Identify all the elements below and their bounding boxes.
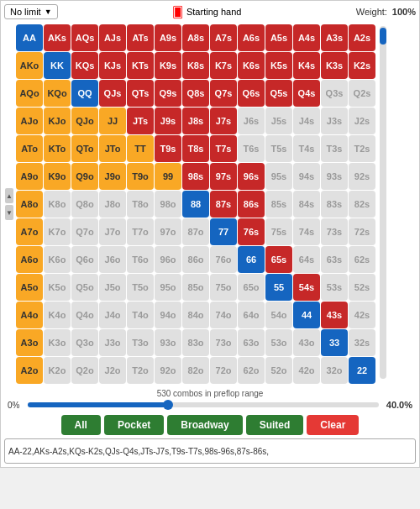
cell-k5o[interactable]: K5o bbox=[44, 274, 71, 301]
cell-62s[interactable]: 62s bbox=[349, 246, 375, 273]
cell-t3s[interactable]: T3s bbox=[321, 135, 348, 162]
cell-ato[interactable]: ATo bbox=[16, 135, 43, 162]
cell-kjs[interactable]: KJs bbox=[99, 52, 126, 79]
cell-k9o[interactable]: K9o bbox=[44, 163, 71, 190]
no-limit-dropdown[interactable]: No limit ▼ bbox=[4, 4, 58, 19]
cell-95s[interactable]: 95s bbox=[265, 163, 292, 190]
cell-kk[interactable]: KK bbox=[44, 52, 71, 79]
cell-87s[interactable]: 87s bbox=[210, 191, 237, 218]
cell-j5o[interactable]: J5o bbox=[99, 274, 126, 301]
cell-84s[interactable]: 84s bbox=[293, 191, 320, 218]
cell-43o[interactable]: 43o bbox=[293, 329, 320, 356]
cell-97s[interactable]: 97s bbox=[210, 163, 237, 190]
cell-t6o[interactable]: T6o bbox=[127, 246, 154, 273]
cell-t3o[interactable]: T3o bbox=[127, 329, 154, 356]
cell-tt[interactable]: TT bbox=[127, 135, 154, 162]
cell-k9s[interactable]: K9s bbox=[155, 52, 181, 79]
cell-42o[interactable]: 42o bbox=[293, 357, 320, 384]
cell-85o[interactable]: 85o bbox=[182, 274, 209, 301]
cell-a6o[interactable]: A6o bbox=[16, 246, 43, 273]
cell-j2s[interactable]: J2s bbox=[349, 108, 375, 134]
cell-53o[interactable]: 53o bbox=[265, 329, 292, 356]
cell-q8o[interactable]: Q8o bbox=[71, 191, 98, 218]
cell-kjo[interactable]: KJo bbox=[44, 108, 71, 134]
cell-83s[interactable]: 83s bbox=[321, 191, 348, 218]
cell-j4o[interactable]: J4o bbox=[99, 302, 126, 328]
cell-86o[interactable]: 86o bbox=[182, 246, 209, 273]
cell-j6s[interactable]: J6s bbox=[238, 108, 265, 134]
cell-32o[interactable]: 32o bbox=[321, 357, 348, 384]
cell-aqs[interactable]: AQs bbox=[71, 24, 98, 51]
cell-82s[interactable]: 82s bbox=[349, 191, 375, 218]
clear-button[interactable]: Clear bbox=[307, 415, 359, 435]
cell-83o[interactable]: 83o bbox=[182, 329, 209, 356]
cell-q3s[interactable]: Q3s bbox=[321, 80, 348, 107]
cell-93s[interactable]: 93s bbox=[321, 163, 348, 190]
cell-q8s[interactable]: Q8s bbox=[182, 80, 209, 107]
cell-63o[interactable]: 63o bbox=[238, 329, 265, 356]
cell-84o[interactable]: 84o bbox=[182, 302, 209, 328]
cell-64s[interactable]: 64s bbox=[293, 246, 320, 273]
cell-q7s[interactable]: Q7s bbox=[210, 80, 237, 107]
cell-72o[interactable]: 72o bbox=[210, 357, 237, 384]
cell-97o[interactable]: 97o bbox=[155, 218, 181, 245]
cell-a8o[interactable]: A8o bbox=[16, 191, 43, 218]
cell-q9s[interactable]: Q9s bbox=[155, 80, 181, 107]
scroll-down-button[interactable]: ▼ bbox=[5, 205, 13, 220]
cell-t8s[interactable]: T8s bbox=[182, 135, 209, 162]
cell-j4s[interactable]: J4s bbox=[293, 108, 320, 134]
cell-65o[interactable]: 65o bbox=[238, 274, 265, 301]
cell-43s[interactable]: 43s bbox=[321, 302, 348, 328]
cell-75s[interactable]: 75s bbox=[265, 218, 292, 245]
cell-j5s[interactable]: J5s bbox=[265, 108, 292, 134]
cell-k7o[interactable]: K7o bbox=[44, 218, 71, 245]
cell-98o[interactable]: 98o bbox=[155, 191, 181, 218]
cell-t9o[interactable]: T9o bbox=[127, 163, 154, 190]
cell-ats[interactable]: ATs bbox=[127, 24, 154, 51]
cell-q4o[interactable]: Q4o bbox=[71, 302, 98, 328]
cell-93o[interactable]: 93o bbox=[155, 329, 181, 356]
cell-qjs[interactable]: QJs bbox=[99, 80, 126, 107]
cell-q6o[interactable]: Q6o bbox=[71, 246, 98, 273]
cell-k8o[interactable]: K8o bbox=[44, 191, 71, 218]
cell-j3s[interactable]: J3s bbox=[321, 108, 348, 134]
cell-63s[interactable]: 63s bbox=[321, 246, 348, 273]
cell-a7s[interactable]: A7s bbox=[210, 24, 237, 51]
cell-a9o[interactable]: A9o bbox=[16, 163, 43, 190]
cell-k8s[interactable]: K8s bbox=[182, 52, 209, 79]
cell-55[interactable]: 55 bbox=[265, 274, 292, 301]
cell-kqo[interactable]: KQo bbox=[44, 80, 71, 107]
cell-a8s[interactable]: A8s bbox=[182, 24, 209, 51]
cell-52o[interactable]: 52o bbox=[265, 357, 292, 384]
cell-t8o[interactable]: T8o bbox=[127, 191, 154, 218]
cell-qq[interactable]: QQ bbox=[71, 80, 98, 107]
cell-92o[interactable]: 92o bbox=[155, 357, 181, 384]
cell-j9s[interactable]: J9s bbox=[155, 108, 181, 134]
cell-a2s[interactable]: A2s bbox=[349, 24, 375, 51]
slider-track[interactable] bbox=[28, 402, 379, 407]
scrollbar-thumb[interactable] bbox=[380, 28, 386, 45]
cell-aa[interactable]: AA bbox=[16, 24, 43, 51]
cell-t7o[interactable]: T7o bbox=[127, 218, 154, 245]
cell-92s[interactable]: 92s bbox=[349, 163, 375, 190]
cell-22[interactable]: 22 bbox=[349, 357, 375, 384]
cell-74s[interactable]: 74s bbox=[293, 218, 320, 245]
cell-t6s[interactable]: T6s bbox=[238, 135, 265, 162]
cell-qts[interactable]: QTs bbox=[127, 80, 154, 107]
cell-t5s[interactable]: T5s bbox=[265, 135, 292, 162]
pocket-button[interactable]: Pocket bbox=[104, 415, 164, 435]
cell-a4s[interactable]: A4s bbox=[293, 24, 320, 51]
cell-76s[interactable]: 76s bbox=[238, 218, 265, 245]
broadway-button[interactable]: Broadway bbox=[167, 415, 242, 435]
cell-j3o[interactable]: J3o bbox=[99, 329, 126, 356]
cell-kto[interactable]: KTo bbox=[44, 135, 71, 162]
cell-q5s[interactable]: Q5s bbox=[265, 80, 292, 107]
cell-52s[interactable]: 52s bbox=[349, 274, 375, 301]
cell-t2s[interactable]: T2s bbox=[349, 135, 375, 162]
cell-94s[interactable]: 94s bbox=[293, 163, 320, 190]
cell-t2o[interactable]: T2o bbox=[127, 357, 154, 384]
cell-76o[interactable]: 76o bbox=[210, 246, 237, 273]
cell-qto[interactable]: QTo bbox=[71, 135, 98, 162]
cell-q6s[interactable]: Q6s bbox=[238, 80, 265, 107]
cell-a3s[interactable]: A3s bbox=[321, 24, 348, 51]
